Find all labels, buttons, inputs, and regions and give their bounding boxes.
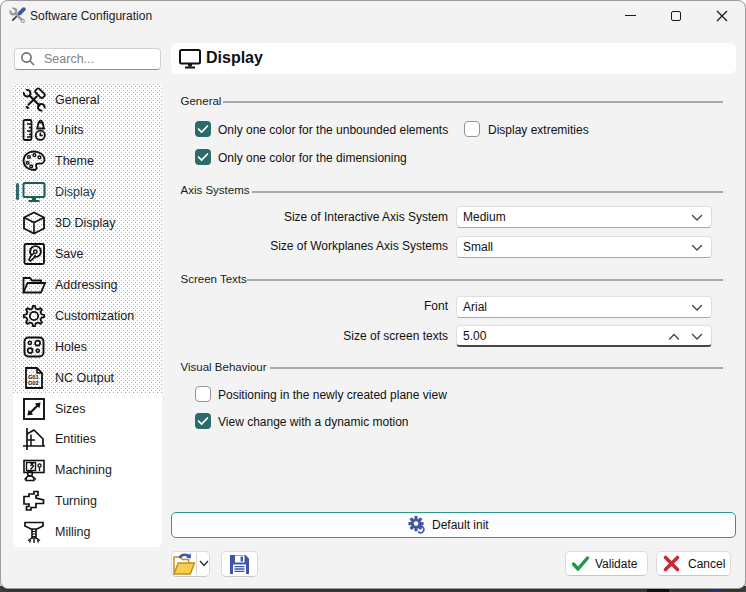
- svg-text:G01: G01: [28, 373, 39, 379]
- svg-text:G02: G02: [28, 380, 39, 386]
